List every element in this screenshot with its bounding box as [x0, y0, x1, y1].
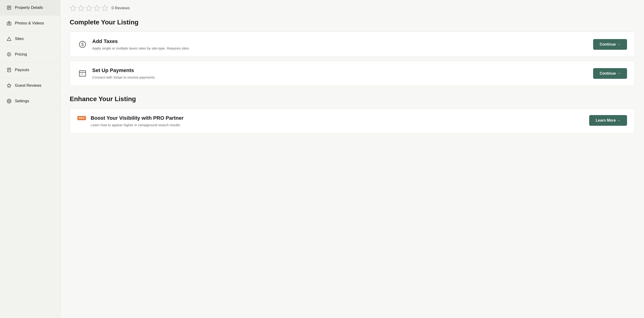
- list-icon: [6, 5, 12, 10]
- svg-text:$: $: [8, 53, 10, 56]
- star-4: [94, 5, 100, 12]
- sidebar-item-guest-reviews[interactable]: Guest Reviews: [0, 78, 60, 93]
- complete-listing-heading: Complete Your Listing: [70, 19, 635, 26]
- svg-marker-13: [7, 84, 11, 87]
- receipt-icon: [6, 67, 12, 73]
- triangle-icon: [6, 36, 12, 41]
- sidebar: Property Details Photos & Videos Sites $…: [0, 0, 60, 318]
- svg-point-5: [8, 23, 10, 24]
- svg-marker-19: [102, 5, 108, 11]
- enhance-listing-section: Enhance Your Listing PRO Boost Your Visi…: [70, 95, 635, 134]
- taxes-icon: $: [77, 39, 88, 50]
- pro-badge: PRO: [77, 116, 86, 120]
- svg-rect-9: [8, 68, 10, 72]
- enhance-listing-heading: Enhance Your Listing: [70, 95, 635, 103]
- svg-marker-16: [78, 5, 84, 11]
- main-content: 0 Reviews Complete Your Listing $ Add Ta…: [60, 0, 644, 318]
- sidebar-item-sites[interactable]: Sites: [0, 31, 60, 47]
- sidebar-item-label: Property Details: [15, 5, 43, 10]
- set-up-payments-desc: Connect with Stripe to receive payments.: [92, 75, 588, 79]
- star-icon: [6, 83, 12, 88]
- svg-rect-4: [7, 22, 11, 25]
- set-up-payments-title: Set Up Payments: [92, 67, 588, 74]
- pro-partner-content: Boost Your Visibility with PRO Partner L…: [90, 115, 584, 127]
- add-taxes-desc: Apply single or multiple taxes rates by …: [92, 46, 588, 50]
- gear-icon: [6, 99, 12, 104]
- dollar-circle-icon: $: [6, 52, 12, 57]
- reviews-area: 0 Reviews: [70, 0, 635, 19]
- set-up-payments-continue-button[interactable]: Continue →: [593, 68, 627, 79]
- set-up-payments-content: Set Up Payments Connect with Stripe to r…: [92, 67, 588, 79]
- sidebar-item-label: Guest Reviews: [15, 83, 41, 88]
- camera-icon: [6, 21, 12, 26]
- svg-point-14: [8, 101, 10, 102]
- star-1: [70, 5, 77, 12]
- sidebar-item-label: Pricing: [15, 52, 27, 57]
- star-2: [78, 5, 84, 12]
- learn-more-button[interactable]: Learn More →: [589, 115, 627, 126]
- sidebar-item-photos-videos[interactable]: Photos & Videos: [0, 16, 60, 31]
- svg-marker-15: [70, 5, 76, 11]
- reviews-count: 0 Reviews: [112, 6, 130, 11]
- svg-rect-22: [80, 71, 86, 76]
- sidebar-item-payouts[interactable]: Payouts: [0, 62, 60, 78]
- pro-partner-card: PRO Boost Your Visibility with PRO Partn…: [70, 108, 635, 134]
- add-taxes-card: $ Add Taxes Apply single or multiple tax…: [70, 32, 635, 57]
- add-taxes-continue-button[interactable]: Continue →: [593, 39, 627, 50]
- payments-icon: [77, 68, 88, 79]
- sidebar-item-settings[interactable]: Settings: [0, 93, 60, 109]
- pro-partner-desc: Learn how to appear higher in campground…: [90, 123, 584, 127]
- add-taxes-title: Add Taxes: [92, 38, 588, 44]
- svg-marker-6: [7, 37, 11, 41]
- svg-marker-18: [94, 5, 100, 11]
- svg-marker-17: [86, 5, 92, 11]
- sidebar-item-pricing[interactable]: $ Pricing: [0, 47, 60, 62]
- sidebar-item-label: Settings: [15, 99, 29, 103]
- svg-text:$: $: [81, 42, 84, 47]
- add-taxes-content: Add Taxes Apply single or multiple taxes…: [92, 38, 588, 50]
- sidebar-item-label: Photos & Videos: [15, 21, 44, 26]
- star-rating: [70, 5, 108, 12]
- star-5: [101, 5, 108, 12]
- sidebar-item-label: Payouts: [15, 68, 29, 72]
- set-up-payments-card: Set Up Payments Connect with Stripe to r…: [70, 61, 635, 86]
- pro-partner-title: Boost Your Visibility with PRO Partner: [90, 115, 584, 121]
- sidebar-item-property-details[interactable]: Property Details: [0, 0, 60, 16]
- star-3: [86, 5, 92, 12]
- sidebar-item-label: Sites: [15, 37, 24, 41]
